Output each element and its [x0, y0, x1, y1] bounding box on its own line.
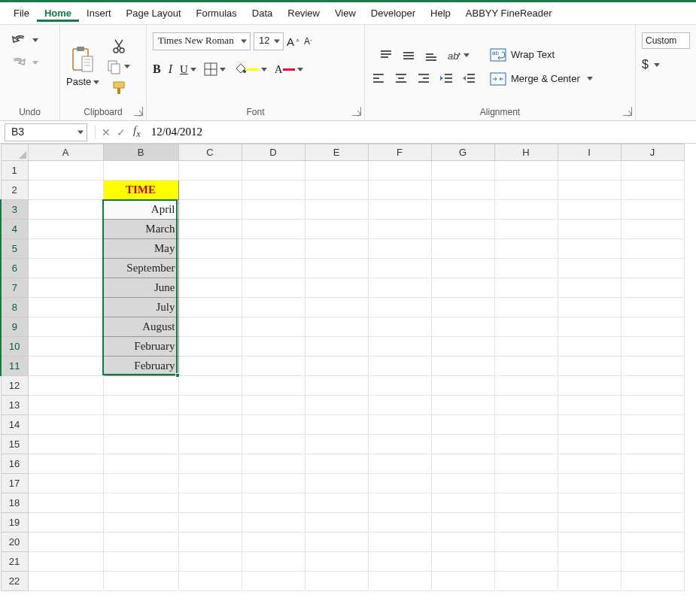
merge-center-label: Merge & Center: [511, 73, 580, 84]
align-bottom-button[interactable]: [424, 49, 439, 62]
redo-button[interactable]: [11, 55, 38, 70]
increase-font-button[interactable]: A＾: [287, 35, 301, 48]
font-size-combo[interactable]: 12: [254, 32, 284, 50]
row-header-10[interactable]: 10: [1, 337, 28, 357]
align-top-button[interactable]: [378, 49, 394, 62]
bold-button[interactable]: B: [153, 62, 161, 76]
accounting-format-button[interactable]: $: [642, 58, 649, 71]
enter-button[interactable]: ✓: [114, 126, 129, 138]
borders-icon: [204, 62, 217, 76]
tab-developer[interactable]: Developer: [363, 5, 423, 22]
tab-formulas[interactable]: Formulas: [189, 5, 245, 22]
col-header-G[interactable]: G: [431, 144, 494, 161]
borders-button[interactable]: [204, 62, 226, 76]
outdent-icon: [439, 72, 454, 84]
italic-button[interactable]: I: [169, 62, 172, 76]
row-header-15[interactable]: 15: [1, 435, 28, 454]
tab-page-layout[interactable]: Page Layout: [119, 5, 189, 22]
row-header-14[interactable]: 14: [1, 415, 28, 435]
row-header-6[interactable]: 6: [1, 259, 28, 278]
row-header-7[interactable]: 7: [1, 278, 28, 298]
decrease-indent-button[interactable]: [439, 72, 454, 84]
row-header-9[interactable]: 9: [1, 317, 28, 337]
align-middle-button[interactable]: [401, 49, 416, 62]
number-format-combo[interactable]: Custom: [642, 32, 690, 49]
select-all-corner[interactable]: [1, 144, 28, 161]
col-header-A[interactable]: A: [28, 144, 103, 161]
row-header-2[interactable]: 2: [1, 181, 28, 200]
orientation-button[interactable]: ab: [446, 49, 470, 62]
font-name-combo[interactable]: Times New Roman: [153, 32, 251, 50]
align-right-button[interactable]: [416, 71, 431, 85]
cell-B8[interactable]: July: [103, 298, 178, 317]
fx-icon[interactable]: fx: [133, 124, 141, 140]
align-center-button[interactable]: [394, 71, 409, 85]
cancel-button[interactable]: ✕: [99, 126, 114, 138]
tab-abbyy[interactable]: ABBYY FineReader: [458, 5, 560, 22]
cell-B7[interactable]: June: [103, 278, 178, 298]
merge-center-button[interactable]: Merge & Center: [490, 72, 593, 86]
col-header-I[interactable]: I: [558, 144, 621, 161]
cell-B10[interactable]: February: [103, 337, 178, 357]
row-header-12[interactable]: 12: [1, 376, 28, 396]
row-header-5[interactable]: 5: [1, 239, 28, 259]
row-header-1[interactable]: 1: [1, 161, 28, 181]
tab-data[interactable]: Data: [245, 5, 280, 22]
formula-bar: B3 ✕ ✓ fx: [0, 121, 696, 144]
format-painter-button[interactable]: [107, 80, 130, 96]
paste-button[interactable]: Paste: [66, 46, 99, 87]
row-header-19[interactable]: 19: [1, 513, 28, 533]
row-header-4[interactable]: 4: [1, 220, 28, 239]
row-header-22[interactable]: 22: [1, 572, 28, 591]
col-header-C[interactable]: C: [178, 144, 242, 161]
col-header-J[interactable]: J: [621, 144, 684, 161]
underline-button[interactable]: U: [180, 63, 196, 76]
undo-button[interactable]: [11, 32, 38, 47]
cell-B3[interactable]: April: [103, 200, 178, 220]
row-header-13[interactable]: 13: [1, 396, 28, 415]
font-color-button[interactable]: A: [275, 63, 303, 76]
name-box[interactable]: B3: [5, 123, 87, 141]
tab-insert[interactable]: Insert: [79, 5, 119, 22]
cell-B4[interactable]: March: [103, 220, 178, 239]
svg-text:ab: ab: [448, 50, 458, 62]
col-header-D[interactable]: D: [242, 144, 305, 161]
alignment-dialog-launcher[interactable]: [623, 107, 632, 116]
col-header-H[interactable]: H: [494, 144, 558, 161]
cell-B2-header[interactable]: TIME: [103, 181, 178, 200]
row-header-17[interactable]: 17: [1, 474, 28, 493]
row-header-21[interactable]: 21: [1, 552, 28, 572]
decrease-font-button[interactable]: Aˇ: [304, 36, 312, 47]
group-label-font: Font: [153, 104, 358, 119]
cell-B5[interactable]: May: [103, 239, 178, 259]
formula-input[interactable]: [145, 124, 696, 140]
increase-indent-button[interactable]: [461, 72, 476, 84]
svg-point-15: [243, 70, 246, 73]
cell-B11[interactable]: February: [103, 357, 178, 376]
row-header-16[interactable]: 16: [1, 454, 28, 474]
tab-home[interactable]: Home: [37, 5, 79, 22]
tab-help[interactable]: Help: [423, 5, 458, 22]
wrap-text-button[interactable]: ab Wrap Text: [490, 48, 555, 62]
font-dialog-launcher[interactable]: [352, 107, 361, 116]
row-header-20[interactable]: 20: [1, 533, 28, 552]
svg-rect-9: [111, 64, 120, 74]
tab-review[interactable]: Review: [280, 5, 327, 22]
cell-B9[interactable]: August: [103, 317, 178, 337]
tab-view[interactable]: View: [327, 5, 363, 22]
indent-icon: [461, 72, 476, 84]
col-header-F[interactable]: F: [368, 144, 431, 161]
cell-B6[interactable]: September: [103, 259, 178, 278]
fill-color-button[interactable]: [233, 62, 267, 76]
copy-button[interactable]: [107, 59, 130, 74]
col-header-B[interactable]: B: [103, 144, 178, 161]
row-header-18[interactable]: 18: [1, 493, 28, 513]
align-left-button[interactable]: [371, 71, 386, 85]
row-header-3[interactable]: 3: [1, 200, 28, 220]
tab-file[interactable]: File: [6, 5, 37, 22]
row-header-11[interactable]: 11: [1, 357, 28, 376]
cut-button[interactable]: [107, 38, 130, 53]
clipboard-dialog-launcher[interactable]: [134, 107, 143, 116]
row-header-8[interactable]: 8: [1, 298, 28, 317]
col-header-E[interactable]: E: [305, 144, 368, 161]
